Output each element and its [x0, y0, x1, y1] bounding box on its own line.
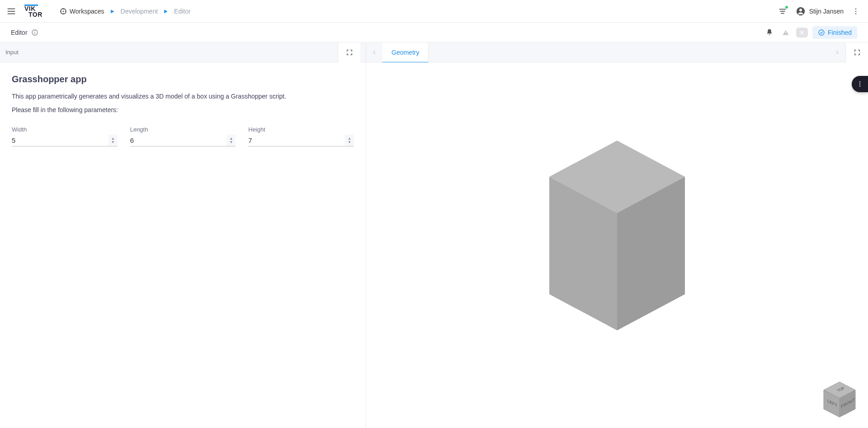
tab-label: Geometry — [392, 49, 419, 56]
breadcrumb-item-development[interactable]: Development — [121, 8, 158, 15]
chevron-down-icon: ▼ — [348, 141, 351, 144]
check-circle-icon — [818, 29, 825, 36]
status-badge: Finished — [812, 26, 857, 39]
length-label: Length — [130, 126, 236, 133]
notifications-icon[interactable] — [778, 6, 788, 16]
tab-nav-next-icon[interactable] — [829, 42, 845, 62]
svg-point-4 — [62, 10, 64, 12]
page-title: Editor — [11, 29, 28, 36]
svg-point-15 — [34, 31, 35, 31]
svg-point-11 — [855, 10, 857, 12]
output-panel-header: Geometry — [366, 42, 868, 62]
input-panel: Grasshopper app This app parametrically … — [0, 62, 366, 428]
avatar-icon — [796, 6, 806, 16]
length-field: Length ▲▼ — [130, 126, 236, 146]
form-prompt: Please fill in the following parameters: — [12, 106, 354, 113]
expand-output-icon[interactable] — [845, 42, 868, 62]
chevron-right-icon: ▶ — [111, 9, 114, 14]
close-icon — [796, 28, 808, 38]
input-panel-title: Input — [5, 49, 19, 56]
svg-point-12 — [855, 13, 857, 14]
width-label: Width — [12, 126, 118, 133]
svg-point-10 — [855, 8, 857, 9]
form-description: This app parametrically generates and vi… — [12, 93, 354, 100]
chevron-right-icon: ▶ — [164, 9, 168, 14]
warning-icon — [780, 27, 792, 38]
svg-point-18 — [819, 30, 824, 35]
length-stepper[interactable]: ▲▼ — [226, 135, 236, 146]
status-label: Finished — [828, 29, 852, 36]
notification-dot — [785, 5, 788, 9]
svg-point-19 — [859, 81, 860, 82]
output-panel: LEFT FRONT TOP — [366, 62, 868, 428]
input-panel-header: Input — [0, 42, 366, 62]
viewer-menu-fab[interactable] — [852, 76, 868, 92]
tab-nav-prev-icon[interactable] — [366, 42, 382, 62]
svg-point-20 — [859, 84, 860, 85]
view-cube[interactable]: LEFT FRONT TOP — [819, 379, 860, 420]
form-title: Grasshopper app — [12, 74, 354, 85]
menu-icon[interactable] — [6, 6, 16, 16]
width-stepper[interactable]: ▲▼ — [108, 135, 118, 146]
height-input[interactable] — [248, 135, 354, 146]
breadcrumb-root-label: Workspaces — [70, 8, 104, 15]
height-stepper[interactable]: ▲▼ — [345, 135, 354, 146]
height-label: Height — [248, 126, 354, 133]
chevron-down-icon: ▼ — [229, 141, 233, 144]
height-field: Height ▲▼ — [248, 126, 354, 146]
form-fields: Width ▲▼ Length ▲▼ Height ▲▼ — [12, 126, 354, 146]
info-icon[interactable] — [31, 29, 38, 36]
3d-box-render[interactable] — [536, 136, 698, 335]
content: Grasshopper app This app parametrically … — [0, 62, 868, 428]
svg-point-9 — [799, 9, 802, 11]
breadcrumb-item-editor[interactable]: Editor — [174, 8, 191, 15]
panels-header: Input Geometry — [0, 42, 868, 62]
kebab-icon[interactable] — [850, 5, 862, 17]
tab-geometry[interactable]: Geometry — [382, 42, 429, 62]
width-input[interactable] — [12, 135, 118, 146]
user-menu[interactable]: Stijn Jansen — [796, 6, 844, 16]
width-field: Width ▲▼ — [12, 126, 118, 146]
subheader: Editor Finished — [0, 23, 868, 42]
svg-point-21 — [859, 85, 860, 86]
bell-icon[interactable] — [764, 27, 775, 38]
topbar: VIKTOR Workspaces ▶ Development ▶ Editor… — [0, 0, 868, 23]
length-input[interactable] — [130, 135, 236, 146]
breadcrumbs: Workspaces ▶ Development ▶ Editor — [60, 8, 191, 15]
logo[interactable]: VIKTOR — [24, 5, 42, 18]
expand-input-icon[interactable] — [338, 42, 360, 62]
chevron-down-icon: ▼ — [111, 141, 115, 144]
breadcrumb-root[interactable]: Workspaces — [60, 8, 104, 15]
user-name: Stijn Jansen — [809, 8, 844, 15]
